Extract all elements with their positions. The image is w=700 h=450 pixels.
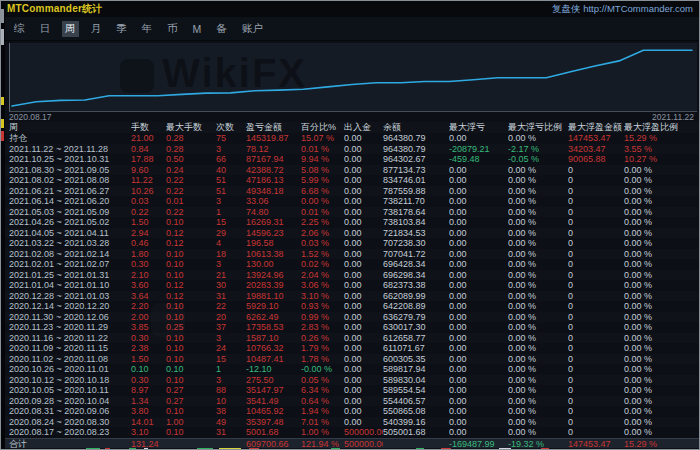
cell: 37 bbox=[216, 322, 246, 333]
cell: 19881.10 bbox=[246, 291, 301, 302]
app-title: MTCommander统计 bbox=[7, 2, 102, 16]
cell: 0.00 bbox=[449, 364, 508, 375]
column-header[interactable]: 最大浮盈金额 bbox=[568, 122, 624, 133]
table-row[interactable]: 2021.01.25 ~ 2021.01.312.100.102113924.9… bbox=[1, 270, 700, 281]
table-row[interactable]: 2020.11.23 ~ 2020.11.293.850.253717358.5… bbox=[1, 322, 700, 333]
cell: 0.93 % bbox=[301, 301, 344, 312]
cell: 612658.77 bbox=[383, 333, 449, 344]
cell: 2020.08.17 ~ 2020.08.23 bbox=[9, 427, 131, 438]
cell: 611071.67 bbox=[383, 343, 449, 354]
column-header[interactable]: 最大浮盈比例 bbox=[624, 122, 700, 133]
cell: 0.00 bbox=[449, 196, 508, 207]
cell: 131.24 bbox=[131, 439, 166, 449]
table-row[interactable]: 2021.04.05 ~ 2021.04.112.940.122914596.2… bbox=[1, 228, 700, 239]
site-link[interactable]: 复盘侠 http://MTCommander.com bbox=[552, 3, 693, 16]
cell: 10613.38 bbox=[246, 249, 301, 260]
cell: 630017.30 bbox=[383, 322, 449, 333]
cell: 2021.10.25 ~ 2021.10.31 bbox=[9, 154, 131, 165]
table-row[interactable]: 2021.01.04 ~ 2021.01.103.600.123020283.3… bbox=[1, 280, 700, 291]
cell: 2020.11.30 ~ 2020.12.06 bbox=[9, 312, 131, 323]
menu-item-周[interactable]: 周 bbox=[62, 21, 79, 37]
column-header[interactable]: 出入金 bbox=[344, 122, 383, 133]
table-row[interactable]: 2020.08.24 ~ 2020.08.3014.011.004935397.… bbox=[1, 417, 700, 428]
cell: 0.27 bbox=[166, 385, 216, 396]
cell: 0 bbox=[568, 375, 624, 386]
table-row[interactable]: 2021.11.22 ~ 2021.11.280.840.28378.120.0… bbox=[1, 144, 700, 155]
cell: 0.10 bbox=[166, 312, 216, 323]
table-row[interactable]: 2021.10.25 ~ 2021.10.3117.880.506687167.… bbox=[1, 154, 700, 165]
column-header[interactable]: 百分比% bbox=[301, 122, 344, 133]
cell: 2020.11.09 ~ 2020.11.15 bbox=[9, 343, 131, 354]
table-row[interactable]: 2021.06.14 ~ 2021.06.200.030.01333.060.0… bbox=[1, 196, 700, 207]
table-row[interactable]: 2021.04.26 ~ 2021.05.021.500.101516269.3… bbox=[1, 217, 700, 228]
cell: 0.03 bbox=[131, 196, 166, 207]
cell: 0.00 % bbox=[508, 175, 568, 186]
table-row[interactable]: 2020.10.05 ~ 2020.10.118.970.278835147.9… bbox=[1, 385, 700, 396]
column-header[interactable]: 周 bbox=[9, 122, 131, 133]
table-row[interactable]: 2021.06.21 ~ 2021.06.2710.260.225149348.… bbox=[1, 186, 700, 197]
cell: 0.00 bbox=[344, 228, 383, 239]
cell: 42388.72 bbox=[246, 165, 301, 176]
cell: 0.00 % bbox=[508, 217, 568, 228]
table-row[interactable]: 2021.02.01 ~ 2021.02.070.300.103130.000.… bbox=[1, 259, 700, 270]
cell: 9.94 % bbox=[301, 154, 344, 165]
cell: 2020.11.02 ~ 2020.11.08 bbox=[9, 354, 131, 365]
cell: 0.28 bbox=[166, 144, 216, 155]
cell: 0.00 bbox=[449, 165, 508, 176]
cell: 0.22 bbox=[131, 207, 166, 218]
menu-item-币[interactable]: 币 bbox=[164, 21, 181, 37]
table-row[interactable]: 2020.08.17 ~ 2020.08.233.100.10315001.68… bbox=[1, 427, 700, 438]
column-header[interactable]: 盈亏金额 bbox=[246, 122, 301, 133]
cell: 0.00 % bbox=[508, 406, 568, 417]
cell: 3 bbox=[216, 144, 246, 155]
cell: 5929.10 bbox=[246, 301, 301, 312]
menu-item-日[interactable]: 日 bbox=[37, 21, 54, 37]
column-header[interactable]: 手数 bbox=[131, 122, 166, 133]
menu-item-季[interactable]: 季 bbox=[113, 21, 130, 37]
menu-item-月[interactable]: 月 bbox=[88, 21, 105, 37]
table-row[interactable]: 2020.11.30 ~ 2020.12.062.000.10206262.49… bbox=[1, 312, 700, 323]
table-row[interactable]: 2021.08.30 ~ 2021.09.059.600.244042388.7… bbox=[1, 165, 700, 176]
column-header[interactable]: 次数 bbox=[216, 122, 246, 133]
cell: 0 bbox=[568, 217, 624, 228]
table-row[interactable]: 2020.11.16 ~ 2020.11.220.300.1031587.100… bbox=[1, 333, 700, 344]
table-row[interactable]: 2020.08.31 ~ 2020.09.063.800.103810465.9… bbox=[1, 406, 700, 417]
table-row[interactable]: 2020.12.28 ~ 2021.01.033.640.123119881.1… bbox=[1, 291, 700, 302]
table-row[interactable]: 2020.12.14 ~ 2020.12.202.200.10225929.10… bbox=[1, 301, 700, 312]
menu-item-账户[interactable]: 账户 bbox=[239, 21, 266, 37]
cell: 75 bbox=[216, 133, 246, 144]
cell: 2020.10.05 ~ 2020.10.11 bbox=[9, 385, 131, 396]
table-row[interactable]: 2020.11.02 ~ 2020.11.081.500.101510487.4… bbox=[1, 354, 700, 365]
column-header[interactable]: 最大手数 bbox=[166, 122, 216, 133]
column-header[interactable]: 最大浮亏比例 bbox=[508, 122, 568, 133]
column-header[interactable]: 余额 bbox=[383, 122, 449, 133]
menu-item-M[interactable]: M bbox=[190, 22, 205, 36]
column-header[interactable]: 最大浮亏 bbox=[449, 122, 508, 133]
cell: 90065.88 bbox=[568, 154, 624, 165]
table-row[interactable]: 2021.08.02 ~ 2021.08.0811.220.225147186.… bbox=[1, 175, 700, 186]
cell: 0.00 % bbox=[508, 249, 568, 260]
cell: 1.34 bbox=[131, 396, 166, 407]
table-row[interactable]: 2020.10.26 ~ 2020.11.010.100.101-12.10-0… bbox=[1, 364, 700, 375]
cell: 2020.08.24 ~ 2020.08.30 bbox=[9, 417, 131, 428]
cell: 0.00 bbox=[449, 207, 508, 218]
table-row[interactable]: 2020.11.09 ~ 2020.11.152.380.102410766.3… bbox=[1, 343, 700, 354]
cell: 34203.47 bbox=[568, 144, 624, 155]
menu-item-年[interactable]: 年 bbox=[139, 21, 156, 37]
cell: 0.00 % bbox=[624, 312, 700, 323]
menu-item-备[interactable]: 备 bbox=[213, 21, 230, 37]
cell: 0.00 bbox=[344, 375, 383, 386]
table-row[interactable]: 2020.10.12 ~ 2020.10.180.300.103275.500.… bbox=[1, 375, 700, 386]
cell: 0.22 bbox=[166, 175, 216, 186]
total-row[interactable]: 合计131.24609700.66121.94 %500000.00-16948… bbox=[1, 438, 700, 449]
cell: 14.01 bbox=[131, 417, 166, 428]
cell: 1.79 % bbox=[301, 343, 344, 354]
table-row[interactable]: 2021.05.03 ~ 2021.05.090.220.22174.800.0… bbox=[1, 207, 700, 218]
table-row[interactable]: 2021.03.22 ~ 2021.03.280.460.124196.580.… bbox=[1, 238, 700, 249]
menu-item-综[interactable]: 综 bbox=[11, 21, 28, 37]
table-row[interactable]: 持仓21.000.2875145319.8715.07 %0.00964380.… bbox=[1, 133, 700, 144]
table-row[interactable]: 2020.09.28 ~ 2020.10.041.340.27103541.49… bbox=[1, 396, 700, 407]
cell: 0.00 bbox=[344, 301, 383, 312]
table-row[interactable]: 2021.02.08 ~ 2021.02.141.800.101810613.3… bbox=[1, 249, 700, 260]
cell: 0.00 % bbox=[624, 301, 700, 312]
